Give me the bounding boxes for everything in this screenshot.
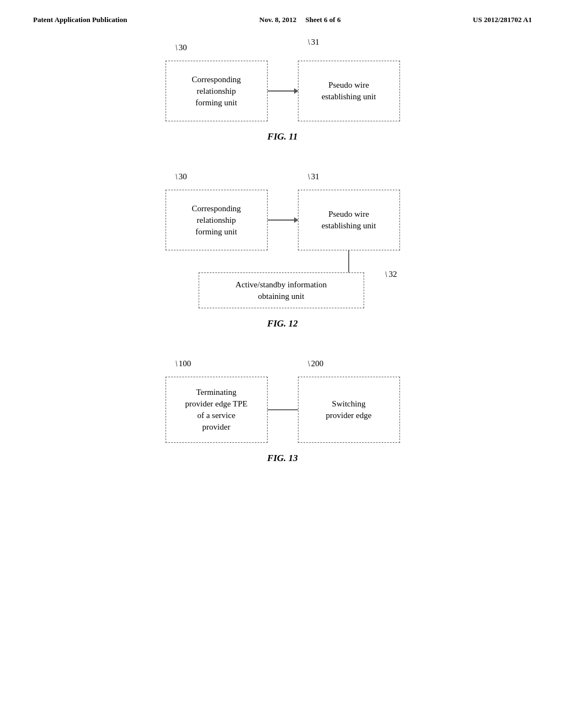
header-sheet: Sheet 6 of 6 xyxy=(306,15,341,24)
fig12-top-row: /30 Corresponding relationship forming u… xyxy=(166,190,400,250)
fig12-box-bottom: Active/standby information obtaining uni… xyxy=(199,272,364,308)
header-date-sheet: Nov. 8, 2012 Sheet 6 of 6 xyxy=(259,15,340,24)
fig11-label-31: /31 xyxy=(308,38,319,47)
fig12-vertical-connector xyxy=(298,250,400,272)
fig11-diagram: /30 Corresponding relationship forming u… xyxy=(44,41,521,121)
fig12-diagram: /30 Corresponding relationship forming u… xyxy=(44,170,521,308)
fig12-box-top-left: Corresponding relationship forming unit xyxy=(166,190,268,250)
fig13-box-left: Terminating provider edge TPE of a servi… xyxy=(166,377,268,443)
fig12-connector xyxy=(268,220,298,221)
fig13-connector xyxy=(268,409,298,410)
main-content: /30 Corresponding relationship forming u… xyxy=(0,24,565,513)
fig12-label-31: /31 xyxy=(308,172,319,181)
figure-11-section: /30 Corresponding relationship forming u… xyxy=(44,41,521,142)
fig12-box-top-right: Pseudo wire establishing unit xyxy=(298,190,400,250)
header-publication-label: Patent Application Publication xyxy=(33,15,127,24)
fig12-label-30: /30 xyxy=(175,172,187,181)
fig13-label-100: /100 xyxy=(175,359,191,368)
fig13-diagram: /100 Terminating provider edge TPE of a … xyxy=(44,357,521,443)
fig12-bottom-row: /32 Active/standby information obtaining… xyxy=(199,272,400,308)
fig11-connector xyxy=(268,90,298,92)
fig13-box-right: Switching provider edge xyxy=(298,377,400,443)
header-patent-number: US 2012/281702 A1 xyxy=(473,15,532,24)
figure-13-section: /100 Terminating provider edge TPE of a … xyxy=(44,357,521,464)
page-header: Patent Application Publication Nov. 8, 2… xyxy=(0,0,565,24)
fig13-label-200: /200 xyxy=(308,359,324,368)
fig11-label-30: /30 xyxy=(175,43,187,52)
fig13-caption: FIG. 13 xyxy=(267,453,298,464)
figure-12-section: /30 Corresponding relationship forming u… xyxy=(44,170,521,329)
fig11-box-left: Corresponding relationship forming unit xyxy=(166,61,268,121)
fig11-caption: FIG. 11 xyxy=(268,131,298,142)
fig12-label-32: /32 xyxy=(385,270,397,279)
fig12-caption: FIG. 12 xyxy=(267,318,298,329)
fig11-box-right: Pseudo wire establishing unit xyxy=(298,61,400,121)
header-date: Nov. 8, 2012 xyxy=(259,15,296,24)
